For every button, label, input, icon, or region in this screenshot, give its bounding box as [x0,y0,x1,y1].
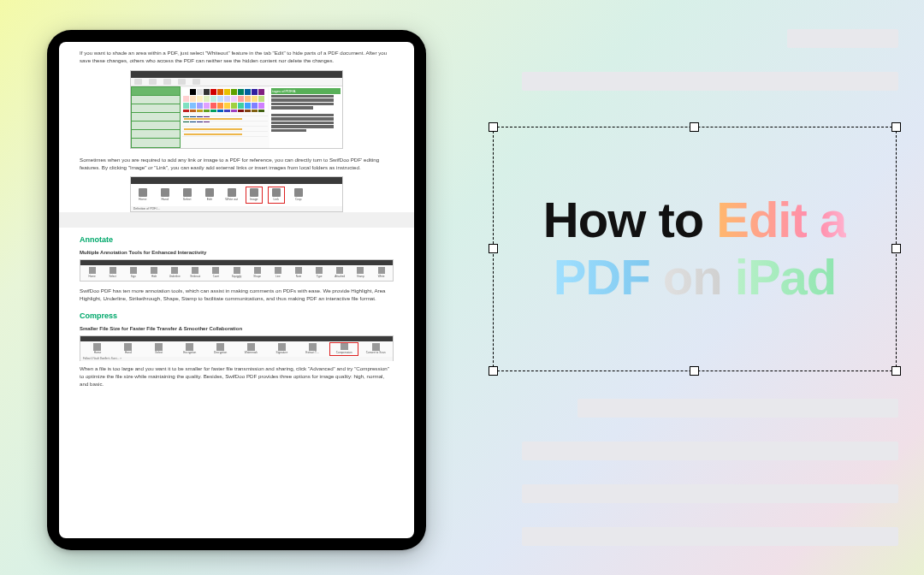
section-heading-compress: Compress [80,311,394,323]
resize-handle-tm[interactable] [690,122,699,132]
toolbar-item: Sign [124,266,142,279]
placeholder-bar [522,527,898,546]
screenshot-right-panel: tages of PDF/А [270,86,342,148]
toolbar-item: Stamp [352,266,370,279]
toolbar-item: Image [246,187,263,204]
section-sub-compress: Smaller File Size for Faster File Transf… [80,325,394,333]
main-title: How to Edit a PDF on iPad [543,192,846,305]
screenshot-compress-tab: Fallout 4 Vault Dweller's Survi… × [80,357,393,361]
screenshot-whiteout-editor: tages of PDF/А [130,70,344,149]
placeholder-bar [522,484,898,503]
resize-handle-bm[interactable] [690,366,699,376]
toolbar-item: White [372,266,390,279]
section-heading-annotate: Annotate [80,234,394,246]
title-word-gradient: Edit [716,192,807,247]
toolbar-item: Compression [329,342,358,356]
placeholder-bar [522,442,898,460]
screenshot-compress-toolbar: HomeHandSelectEncryptionDecryptionWaterm… [80,335,394,361]
toolbar-item: Select [179,187,196,204]
title-word-gradient: PDF [554,249,650,305]
paragraph-link-image: Sometimes when you are required to add a… [80,156,394,172]
screenshot-edit-toolbar: HomeHandSelectEditWhite outImageLinkCrop… [130,176,344,212]
toolbar-item: Strikeout [187,266,204,279]
screenshot-color-palette [182,88,269,110]
toolbar-item: Watermark [238,342,265,356]
resize-handle-tl[interactable] [489,122,498,132]
toolbar-item: Encryption [176,342,204,356]
toolbar-item: Decryption [207,342,234,356]
placeholder-bar [522,72,898,91]
toolbar-item: Squiggly [228,266,246,279]
placeholder-bar [787,29,898,48]
toolbar-item: Hand [157,187,174,204]
title-word-gradient: a [820,192,846,247]
title-word: How [543,192,645,247]
paragraph-compress: When a file is too large and you want it… [80,365,394,388]
toolbar-item: Home [134,187,151,204]
title-word: to [658,192,703,247]
title-word-gradient: iPad [735,249,837,305]
resize-handle-bl[interactable] [489,366,498,376]
screenshot-left-panel [131,86,181,148]
toolbar-item: Edit [201,187,218,204]
toolbar-item: Type [311,266,329,279]
toolbar-item: Line [269,266,287,279]
toolbar-item: Link [268,187,285,204]
toolbar-item: Select [104,266,121,279]
placeholder-bar [578,399,898,418]
paragraph-annotate: SwifDoo PDF has ten more annotation tool… [80,287,394,303]
toolbar-item: Shape [248,266,266,279]
toolbar-item: Caret [207,266,225,279]
resize-handle-br[interactable] [891,366,901,376]
toolbar-item: Home [83,266,101,279]
screenshot-right-heading: tages of PDF/А [271,88,341,94]
title-selection-frame[interactable]: How to Edit a PDF on iPad [493,127,897,371]
toolbar-item: Convert to Scan [362,342,389,356]
toolbar-item: Crop [290,187,307,204]
resize-handle-ml[interactable] [489,244,498,253]
toolbar-item: White out [223,187,240,204]
resize-handle-mr[interactable] [891,244,901,253]
toolbar-item: Select [145,342,173,356]
toolbar-item: Extract T… [299,342,326,356]
toolbar-item: Hand [115,342,142,356]
resize-handle-tr[interactable] [891,122,901,132]
toolbar-item: Underline [166,266,184,279]
screenshot-tab-label: Definition of PDF#… [131,206,343,211]
toolbar-item: Note [289,266,307,279]
toolbar-item: Hide [145,266,163,279]
toolbar-item: Signature [268,342,295,356]
title-word-gradient: on [663,249,722,305]
section-sub-annotate: Multiple Annotation Tools for Enhanced I… [80,249,394,257]
toolbar-item: Attached [331,266,349,279]
ipad-device-frame: If you want to shade an area within a PD… [47,30,426,550]
screenshot-annotate-toolbar: HomeSelectSignHideUnderlineStrikeoutCare… [80,259,394,282]
toolbar-item: Home [84,342,111,356]
document-page: If you want to shade an area within a PD… [59,42,414,538]
paragraph-whiteout: If you want to shade an area within a PD… [80,49,394,65]
ipad-screen: If you want to shade an area within a PD… [59,42,414,538]
